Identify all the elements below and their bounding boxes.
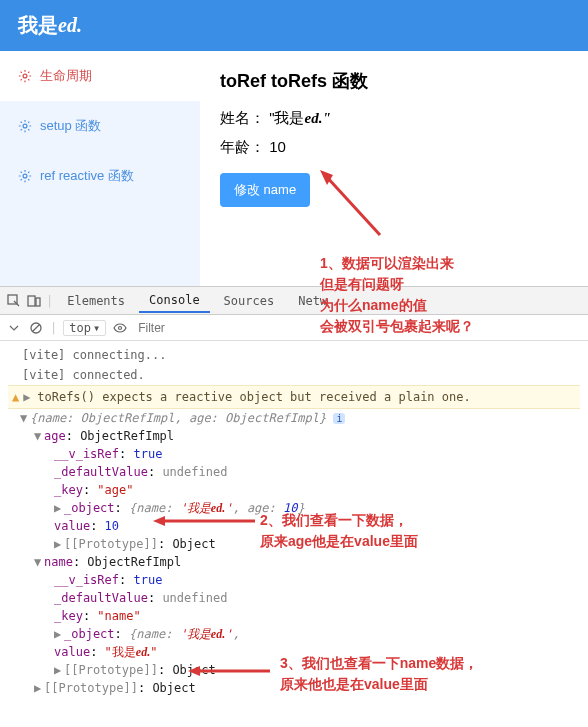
header-text-suffix: ed.: [58, 14, 82, 36]
name-value-prefix: "我是: [269, 109, 304, 126]
svg-point-1: [23, 124, 27, 128]
tab-elements[interactable]: Elements: [57, 290, 135, 312]
obj-prop: _key: "name": [8, 607, 580, 625]
tab-network[interactable]: Netw: [288, 290, 337, 312]
sidebar-item-label: setup 函数: [40, 117, 101, 135]
sidebar-item-ref-reactive[interactable]: ref reactive 函数: [0, 151, 200, 201]
gear-icon: [18, 119, 32, 133]
page-title: toRef toRefs 函数: [220, 69, 568, 93]
obj-name[interactable]: ▼name: ObjectRefImpl: [8, 553, 580, 571]
svg-line-13: [33, 324, 40, 331]
name-field: 姓名： "我是ed.": [220, 109, 568, 128]
obj-prop: _defaultValue: undefined: [8, 589, 580, 607]
obj-value-name: value: "我是ed.": [8, 643, 580, 661]
toggle-console-icon[interactable]: [6, 320, 22, 336]
devtools-toolbar: | top ▾: [0, 315, 588, 341]
header-text-prefix: 我是: [18, 14, 58, 36]
name-value-suffix: ed.": [305, 110, 331, 126]
device-icon[interactable]: [26, 293, 42, 309]
warning-icon: ▲: [12, 388, 19, 406]
svg-point-14: [119, 326, 122, 329]
info-badge: i: [333, 413, 345, 424]
sidebar: 生命周期 setup 函数 ref reactive 函数: [0, 51, 200, 286]
log-line: [vite] connected.: [8, 365, 580, 385]
obj-prop: _defaultValue: undefined: [8, 463, 580, 481]
main-content: toRef toRefs 函数 姓名： "我是ed." 年龄： 10 修改 na…: [200, 51, 588, 286]
eye-icon[interactable]: [112, 320, 128, 336]
obj-prop: _key: "age": [8, 481, 580, 499]
warning-line: ▲ ▶ toRefs() expects a reactive object b…: [8, 385, 580, 409]
chevron-down-icon: ▾: [93, 321, 100, 335]
devtools-tabs: | Elements Console Sources Netw: [0, 287, 588, 315]
gear-icon: [18, 169, 32, 183]
log-line: [vite] connecting...: [8, 345, 580, 365]
object-root[interactable]: ▼{name: ObjectRefImpl, age: ObjectRefImp…: [8, 409, 580, 427]
sidebar-item-lifecycle[interactable]: 生命周期: [0, 51, 200, 101]
sidebar-item-label: ref reactive 函数: [40, 167, 134, 185]
obj-prop[interactable]: ▶_object: {name: '我是ed.', age: 10}: [8, 499, 580, 517]
age-field: 年龄： 10: [220, 138, 568, 157]
obj-proto[interactable]: ▶[[Prototype]]: Object: [8, 661, 580, 679]
warning-text: toRefs() expects a reactive object but r…: [37, 388, 470, 406]
obj-proto[interactable]: ▶[[Prototype]]: Object: [8, 535, 580, 553]
obj-age[interactable]: ▼age: ObjectRefImpl: [8, 427, 580, 445]
age-value: 10: [269, 138, 286, 155]
modify-name-button[interactable]: 修改 name: [220, 173, 310, 207]
obj-prop[interactable]: ▶_object: {name: '我是ed.',: [8, 625, 580, 643]
console-body: [vite] connecting... [vite] connected. ▲…: [0, 341, 588, 701]
svg-point-0: [23, 74, 27, 78]
app-body: 生命周期 setup 函数 ref reactive 函数 toRef toRe…: [0, 51, 588, 286]
obj-prop: __v_isRef: true: [8, 571, 580, 589]
gear-icon: [18, 69, 32, 83]
inspect-icon[interactable]: [6, 293, 22, 309]
tab-console[interactable]: Console: [139, 289, 210, 313]
svg-rect-11: [36, 298, 40, 306]
expand-caret[interactable]: ▶: [23, 388, 33, 406]
svg-point-2: [23, 174, 27, 178]
app-header: 我是ed.: [0, 0, 588, 51]
devtools-panel: | Elements Console Sources Netw | top ▾ …: [0, 286, 588, 701]
obj-prop: __v_isRef: true: [8, 445, 580, 463]
age-label: 年龄：: [220, 138, 265, 155]
tab-sources[interactable]: Sources: [214, 290, 285, 312]
sidebar-item-label: 生命周期: [40, 67, 92, 85]
obj-value-age: value: 10: [8, 517, 580, 535]
clear-console-icon[interactable]: [28, 320, 44, 336]
svg-rect-10: [28, 296, 35, 306]
name-label: 姓名：: [220, 109, 265, 126]
sidebar-item-setup[interactable]: setup 函数: [0, 101, 200, 151]
obj-proto[interactable]: ▶[[Prototype]]: Object: [8, 679, 580, 697]
filter-input[interactable]: [134, 319, 582, 337]
context-selector[interactable]: top ▾: [63, 320, 106, 336]
